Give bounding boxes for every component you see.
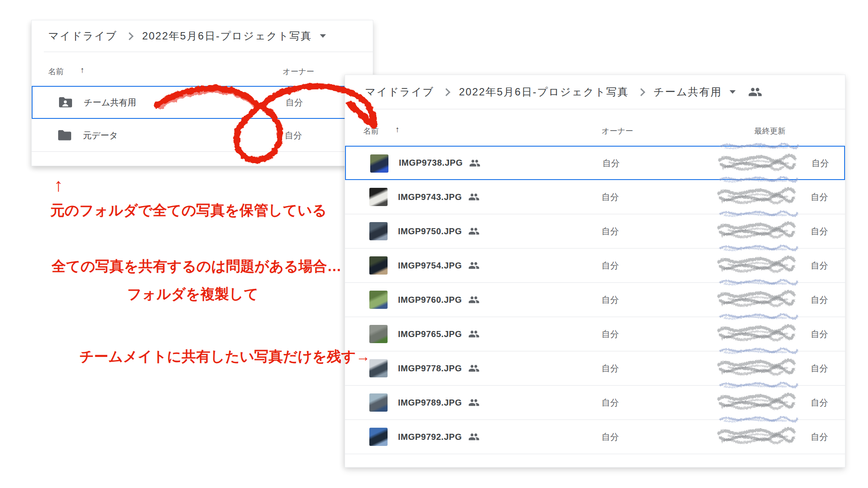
chevron-down-icon[interactable] [730,90,736,94]
shared-people-icon [469,364,479,372]
file-modified-by: 自分 [811,328,828,340]
annotation-duplicate: フォルダを複製して [127,285,258,304]
file-modified-by: 自分 [811,431,828,443]
redaction-scribble [715,255,798,275]
folder-name: チーム共有用 [84,97,136,108]
redaction-scribble [715,427,798,447]
breadcrumb: マイドライブ 2022年5月6日-プロジェクト写真 [32,20,373,52]
shared-people-icon [469,399,479,406]
redaction-scribble [715,324,798,344]
sort-ascending-icon[interactable]: ↑ [395,125,400,134]
folder-icon [57,129,72,141]
column-header-owner: オーナー [602,126,633,136]
redaction-scribble [715,221,798,241]
file-name: IMGP9750.JPG [398,226,462,236]
breadcrumb-item-team-share[interactable]: チーム共有用 [654,85,722,99]
annotation-keep-all: 元のフォルダで全ての写真を保管している [50,201,327,220]
file-row[interactable]: IMGP9765.JPG 自分 自分 [345,317,845,351]
breadcrumb-item-project-folder[interactable]: 2022年5月6日-プロジェクト写真 [142,29,312,43]
file-row[interactable]: IMGP9789.JPG 自分 自分 [345,386,845,420]
redaction-scribble [715,358,798,378]
file-owner: 自分 [602,226,619,237]
file-name: IMGP9778.JPG [398,364,462,373]
file-owner: 自分 [602,397,619,409]
file-name: IMGP9760.JPG [398,295,462,305]
redaction-scribble [715,290,798,310]
file-name: IMGP9738.JPG [399,158,463,168]
chevron-right-icon [637,88,645,96]
page: マイドライブ 2022年5月6日-プロジェクト写真 名前 ↑ オーナー チーム共… [0,0,868,488]
file-modified-by: 自分 [811,226,828,237]
photo-thumbnail [369,325,388,343]
redaction-scribble [715,187,798,207]
file-modified-by: 自分 [811,397,828,409]
shared-people-icon [469,262,479,269]
file-owner: 自分 [602,157,620,169]
file-list: IMGP9738.JPG 自分 自分 IMGP9743.JPG 自分 自分 IM… [345,146,845,454]
column-header-last-modified: 最終更新 [754,126,786,136]
shared-folder-icon [58,96,72,108]
drive-window-shared-folder: マイドライブ 2022年5月6日-プロジェクト写真 チーム共有用 名前 ↑ オー… [345,75,845,468]
file-row[interactable]: IMGP9754.JPG 自分 自分 [345,249,845,283]
shared-people-icon [470,159,480,167]
photo-thumbnail [369,222,388,240]
file-owner: 自分 [602,431,619,443]
file-owner: 自分 [602,363,619,374]
file-owner: 自分 [602,260,619,272]
annotation-problem-case: 全ての写真を共有するのは問題がある場合… [52,257,342,276]
column-header-name[interactable]: 名前 [363,126,379,136]
divider [44,52,373,52]
breadcrumb: マイドライブ 2022年5月6日-プロジェクト写真 チーム共有用 [345,75,845,109]
file-row[interactable]: IMGP9743.JPG 自分 自分 [345,180,845,214]
file-name: IMGP9789.JPG [398,398,462,408]
photo-thumbnail [369,256,388,275]
folder-row-team-share[interactable]: チーム共有用 自分 [32,86,373,119]
file-row[interactable]: IMGP9738.JPG 自分 自分 [345,146,845,180]
shared-people-icon [469,296,479,304]
folder-row-original-data[interactable]: 元データ 自分 [32,119,373,152]
shared-people-icon [469,227,479,235]
photo-thumbnail [369,291,388,309]
drive-window-source-folder: マイドライブ 2022年5月6日-プロジェクト写真 名前 ↑ オーナー チーム共… [31,20,373,166]
file-name: IMGP9743.JPG [398,192,462,202]
shared-people-icon [749,87,762,97]
chevron-down-icon[interactable] [320,34,326,38]
redaction-scribble [715,393,798,413]
file-name: IMGP9754.JPG [398,261,462,271]
annotation-up-arrow: ↑ [54,175,63,196]
file-owner: 自分 [602,328,619,340]
divider [356,109,845,109]
file-modified-by: 自分 [811,294,828,306]
file-modified-by: 自分 [811,260,828,272]
chevron-right-icon [126,32,134,40]
column-header-owner: オーナー [283,66,314,77]
file-row[interactable]: IMGP9750.JPG 自分 自分 [345,214,845,249]
photo-thumbnail [370,154,388,173]
file-modified-by: 自分 [811,363,828,374]
file-name: IMGP9792.JPG [398,432,462,442]
photo-thumbnail [369,428,388,446]
sort-ascending-icon[interactable]: ↑ [80,66,85,75]
folder-owner: 自分 [285,129,302,141]
breadcrumb-item-my-drive[interactable]: マイドライブ [48,29,117,43]
annotation-keep-only: チームメイトに共有したい写真だけを残す→ [79,347,370,367]
shared-people-icon [469,330,479,338]
file-name: IMGP9765.JPG [398,329,462,339]
breadcrumb-item-my-drive[interactable]: マイドライブ [365,85,434,99]
folder-owner: 自分 [286,97,303,108]
photo-thumbnail [369,188,388,206]
file-modified-by: 自分 [812,157,829,169]
file-row[interactable]: IMGP9778.JPG 自分 自分 [345,351,845,386]
file-modified-by: 自分 [811,191,828,203]
column-header-name[interactable]: 名前 [48,66,64,77]
file-owner: 自分 [602,294,619,306]
chevron-right-icon [443,88,450,96]
shared-people-icon [469,433,479,441]
redaction-scribble [719,143,808,150]
redaction-scribble [716,154,799,174]
breadcrumb-item-project-folder[interactable]: 2022年5月6日-プロジェクト写真 [459,85,628,99]
shared-people-icon [469,193,479,201]
file-row[interactable]: IMGP9792.JPG 自分 自分 [345,420,845,454]
file-row[interactable]: IMGP9760.JPG 自分 自分 [345,283,845,317]
folder-name: 元データ [83,129,118,141]
